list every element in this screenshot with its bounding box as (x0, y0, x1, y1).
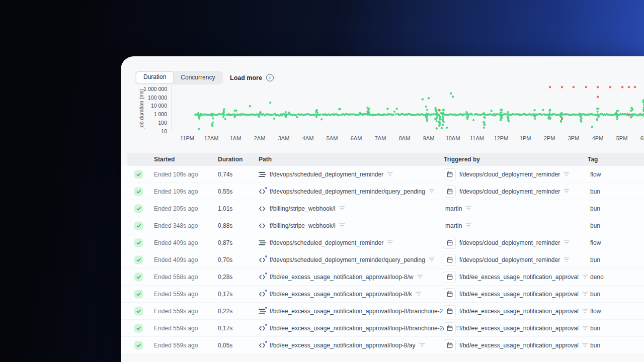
path-link[interactable]: f/bd/ee_excess_usage_notification_approv… (270, 274, 414, 281)
filter-icon[interactable] (419, 342, 426, 348)
filter-icon[interactable] (564, 257, 570, 262)
path-link[interactable]: f/devops/scheduled_deployment_reminder/q… (270, 188, 425, 195)
filter-icon[interactable] (416, 291, 422, 297)
path-link[interactable]: f/bd/ee_excess_usage_notification_approv… (270, 325, 451, 332)
duration-cell: 0,88s (218, 222, 232, 229)
path-cell: f/bd/ee_excess_usage_notification_approv… (259, 342, 426, 349)
triggered-by-cell: f/bd/ee_excess_usage_notification_approv… (444, 339, 589, 351)
triggered-by-cell: f/devops/cloud_deployment_reminder (444, 186, 570, 198)
triggered-by-link[interactable]: f/devops/cloud_deployment_reminder (459, 256, 560, 263)
filter-icon[interactable] (564, 240, 570, 245)
started-cell: Ended 409s ago (154, 256, 198, 263)
triggered-by-user[interactable]: martin (445, 205, 462, 212)
triggered-by-user[interactable]: martin (445, 222, 462, 229)
path-link[interactable]: f/bd/ee_excess_usage_notification_approv… (270, 342, 416, 349)
table-row[interactable]: Ended 559s ago0,22sf/bd/ee_excess_usage_… (121, 303, 644, 320)
path-cell: f/bd/ee_excess_usage_notification_approv… (259, 291, 422, 298)
filter-icon[interactable] (465, 206, 472, 211)
duration-cell: 0,55s (218, 188, 232, 195)
success-check-badge (134, 255, 143, 264)
triggered-by-link[interactable]: f/devops/cloud_deployment_reminder (459, 239, 560, 246)
script-icon (259, 222, 266, 229)
duration-cell: 0,74s (218, 171, 232, 178)
triggered-by-cell: f/bd/ee_excess_usage_notification_approv… (444, 322, 589, 334)
table-row[interactable]: Ended 409s ago0,70sf/devops/scheduled_de… (121, 251, 644, 268)
filter-icon[interactable] (564, 189, 570, 194)
filter-icon[interactable] (582, 291, 589, 297)
path-link[interactable]: f/bd/ee_excess_usage_notification_approv… (270, 291, 412, 298)
triggered-by-link[interactable]: f/bd/ee_excess_usage_notification_approv… (459, 325, 579, 332)
table-row[interactable]: Ended 559s ago0,05sf/bd/ee_excess_usage_… (121, 337, 644, 354)
table-row[interactable]: Ended 409s ago0,87sf/devops/scheduled_de… (121, 234, 644, 251)
triggered-by-link[interactable]: f/bd/ee_excess_usage_notification_approv… (459, 342, 579, 349)
path-cell: f/devops/scheduled_deployment_reminder/q… (259, 188, 435, 195)
started-cell: Ended 558s ago (154, 274, 198, 281)
table-row[interactable]: Ended 109s ago0,74sf/devops/scheduled_de… (121, 166, 644, 183)
table-row[interactable]: Ended 558s ago0,28sf/bd/ee_excess_usage_… (121, 268, 644, 286)
tag-cell: bun (590, 342, 600, 349)
triggered-by-link[interactable]: f/devops/cloud_deployment_reminder (459, 171, 560, 178)
filter-icon[interactable] (417, 274, 424, 280)
path-link[interactable]: f/bd/ee_excess_usage_notification_approv… (270, 308, 443, 315)
triggered-by-cell: f/devops/cloud_deployment_reminder (444, 168, 570, 180)
duration-scatter-chart[interactable] (121, 56, 644, 142)
tag-cell: bun (590, 325, 600, 332)
tag-cell: flow (590, 308, 601, 315)
filter-icon[interactable] (582, 325, 589, 331)
triggered-by-link[interactable]: f/bd/ee_excess_usage_notification_approv… (459, 291, 579, 298)
path-cell: f/billing/stripe_webhook/l (259, 222, 346, 229)
table-row[interactable]: Ended 559s ago0,17sf/bd/ee_excess_usage_… (121, 320, 644, 337)
path-link[interactable]: f/devops/scheduled_deployment_reminder (270, 239, 383, 246)
draft-dot-icon (265, 307, 267, 309)
filter-icon[interactable] (429, 257, 435, 262)
triggered-by-cell: f/bd/ee_excess_usage_notification_approv… (444, 305, 589, 317)
table-row[interactable]: Ended 348s ago0,88sf/billing/stripe_webh… (121, 217, 644, 234)
path-cell: f/devops/scheduled_deployment_reminder (259, 171, 393, 178)
table-row[interactable]: Ended 109s ago0,55sf/devops/scheduled_de… (121, 183, 644, 200)
started-cell: Ended 559s ago (154, 342, 198, 349)
col-duration: Duration (218, 156, 243, 163)
duration-cell: 0,87s (218, 239, 232, 246)
path-link[interactable]: f/billing/stripe_webhook/l (270, 222, 336, 229)
script-icon (259, 205, 266, 212)
path-link[interactable]: f/devops/scheduled_deployment_reminder (270, 171, 383, 178)
filter-icon[interactable] (582, 342, 589, 348)
filter-icon[interactable] (429, 189, 435, 194)
filter-icon[interactable] (387, 240, 393, 245)
flow-icon (259, 171, 266, 178)
filter-icon[interactable] (582, 308, 589, 314)
schedule-icon (444, 339, 456, 351)
tag-cell: bun (590, 222, 600, 229)
duration-cell: 0,70s (218, 256, 232, 263)
duration-cell: 0,17s (218, 291, 232, 298)
triggered-by-link[interactable]: f/bd/ee_excess_usage_notification_approv… (459, 274, 579, 281)
success-check-badge (134, 290, 143, 298)
filter-icon[interactable] (582, 274, 589, 280)
success-check-badge (134, 273, 143, 281)
script-icon (259, 188, 266, 195)
filter-icon[interactable] (387, 171, 393, 177)
draft-dot-icon (265, 324, 267, 326)
triggered-by-link[interactable]: f/devops/cloud_deployment_reminder (459, 188, 560, 195)
triggered-by-link[interactable]: f/bd/ee_excess_usage_notification_approv… (459, 308, 579, 315)
filter-icon[interactable] (339, 223, 346, 228)
filter-icon[interactable] (339, 206, 346, 211)
success-check-badge (134, 221, 143, 230)
path-link[interactable]: f/devops/scheduled_deployment_reminder/q… (270, 256, 425, 263)
success-check-badge (134, 170, 143, 178)
path-link[interactable]: f/billing/stripe_webhook/l (270, 205, 336, 212)
path-cell: f/bd/ee_excess_usage_notification_approv… (259, 274, 424, 281)
table-row[interactable]: Ended 205s ago1,01sf/billing/stripe_webh… (121, 200, 644, 217)
started-cell: Ended 348s ago (154, 222, 198, 229)
triggered-by-cell: f/bd/ee_excess_usage_notification_approv… (444, 288, 589, 300)
draft-dot-icon (265, 341, 267, 343)
success-check-badge (134, 307, 143, 315)
col-tag: Tag (588, 156, 598, 163)
filter-icon[interactable] (465, 223, 472, 228)
path-cell: f/bd/ee_excess_usage_notification_approv… (259, 308, 453, 315)
duration-cell: 0,28s (218, 274, 232, 281)
success-check-badge (134, 324, 143, 332)
script-icon (259, 342, 266, 349)
filter-icon[interactable] (564, 171, 570, 177)
table-row[interactable]: Ended 559s ago0,17sf/bd/ee_excess_usage_… (121, 286, 644, 303)
